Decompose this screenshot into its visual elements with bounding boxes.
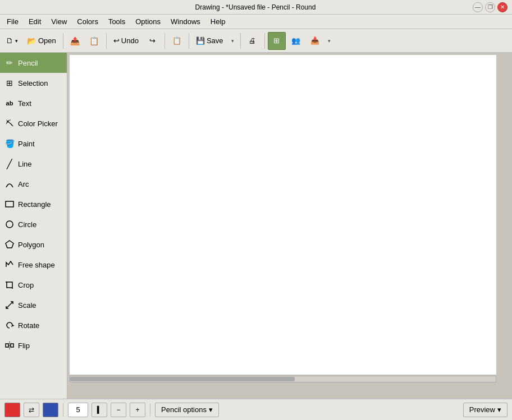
sidebar-item-crop[interactable]: Crop xyxy=(0,275,67,295)
titlebar-controls: — ❐ ✕ xyxy=(473,2,508,12)
history-icon: 📥 xyxy=(310,36,319,45)
save-button[interactable]: 💾 Save xyxy=(192,32,227,50)
foreground-color-swatch[interactable] xyxy=(4,403,20,417)
properties-button[interactable]: 📋 xyxy=(168,32,186,50)
sidebar-item-scale[interactable]: Scale xyxy=(0,295,67,315)
save-dropdown-icon: ▾ xyxy=(231,38,234,44)
undo-icon: ↩ xyxy=(113,36,120,45)
minus-icon: − xyxy=(116,406,120,414)
sidebar-item-free-shape-label: Free shape xyxy=(18,261,55,269)
status-sep-2 xyxy=(150,403,150,417)
redo-button[interactable]: ↪ xyxy=(144,32,162,50)
export-button[interactable]: 📤 xyxy=(66,32,84,50)
menu-help[interactable]: Help xyxy=(206,16,230,27)
titlebar-title: Drawing - *Unsaved file - Pencil - Round xyxy=(38,3,473,11)
sidebar-item-paint-label: Paint xyxy=(18,140,35,148)
canvas-area[interactable] xyxy=(67,53,512,399)
sidebar-item-text[interactable]: ab Text xyxy=(0,93,67,113)
svg-point-1 xyxy=(6,221,13,228)
free-shape-icon xyxy=(4,260,15,270)
print-button[interactable]: 🖨 xyxy=(244,32,262,50)
save-dropdown-button[interactable]: ▾ xyxy=(228,32,237,50)
toolbar-sep-3 xyxy=(164,33,165,49)
menu-tools[interactable]: Tools xyxy=(104,16,130,27)
sidebar-item-rectangle[interactable]: Rectangle xyxy=(0,194,67,214)
sidebar-item-circle-label: Circle xyxy=(18,220,36,229)
menu-windows[interactable]: Windows xyxy=(166,16,205,27)
new-button[interactable]: 🗋 ▾ xyxy=(2,32,22,50)
sidebar-item-crop-label: Crop xyxy=(18,281,34,289)
more-tools-button[interactable]: ▾ xyxy=(325,32,334,50)
open-label: Open xyxy=(38,36,56,45)
pencil-options-dropdown-icon: ▾ xyxy=(209,405,213,414)
sidebar-item-selection[interactable]: ⊞ Selection xyxy=(0,73,67,93)
sidebar-item-rectangle-label: Rectangle xyxy=(18,200,51,209)
pencil-size-icon: ▍ xyxy=(97,406,102,414)
circle-icon xyxy=(4,219,15,229)
svg-marker-9 xyxy=(11,344,13,347)
pencil-options-button[interactable]: Pencil options ▾ xyxy=(155,403,219,417)
plus-icon: + xyxy=(135,406,139,414)
grid-view-button[interactable]: ⊞ xyxy=(268,32,286,50)
swap-colors-button[interactable]: ⇄ xyxy=(24,403,39,417)
minimize-button[interactable]: — xyxy=(473,2,483,12)
menu-colors[interactable]: Colors xyxy=(72,16,103,27)
sidebar-item-selection-label: Selection xyxy=(18,79,48,87)
toolbar-sep-6 xyxy=(264,33,265,49)
rotate-icon xyxy=(4,320,15,330)
sidebar-item-paint[interactable]: 🪣 Paint xyxy=(0,133,67,154)
menubar: File Edit View Colors Tools Options Wind… xyxy=(0,15,512,29)
pencil-size-icon-button[interactable]: ▍ xyxy=(92,403,107,417)
horizontal-scrollbar[interactable] xyxy=(70,376,496,382)
undo-label: Undo xyxy=(121,36,139,45)
menu-file[interactable]: File xyxy=(2,16,23,27)
sidebar-item-scale-label: Scale xyxy=(18,301,36,310)
swap-colors-icon: ⇄ xyxy=(29,406,34,414)
sidebar-item-rotate[interactable]: Rotate xyxy=(0,315,67,335)
import-button[interactable]: 📋 xyxy=(85,32,103,50)
paint-icon: 🪣 xyxy=(4,139,15,149)
undo-button[interactable]: ↩ Undo xyxy=(109,32,143,50)
selection-icon: ⊞ xyxy=(4,78,15,88)
preview-button[interactable]: Preview ▾ xyxy=(463,403,508,417)
menu-edit[interactable]: Edit xyxy=(24,16,45,27)
arc-icon xyxy=(4,179,15,189)
sidebar-item-text-label: Text xyxy=(18,99,31,108)
statusbar: ⇄ 5 ▍ − + Pencil options ▾ Preview ▾ xyxy=(0,399,512,420)
increase-size-button[interactable]: + xyxy=(130,403,145,417)
open-button[interactable]: 📂 Open xyxy=(23,32,60,50)
sidebar-item-line[interactable]: ╱ Line xyxy=(0,154,67,174)
close-button[interactable]: ✕ xyxy=(497,2,508,12)
sidebar-item-polygon[interactable]: Polygon xyxy=(0,234,67,255)
preview-label: Preview xyxy=(469,405,495,414)
toolbar: 🗋 ▾ 📂 Open 📤 📋 ↩ Undo ↪ 📋 💾 Save ▾ 🖨 ⊞ 👥 xyxy=(0,29,512,53)
redo-icon: ↪ xyxy=(149,36,156,45)
export-icon: 📤 xyxy=(70,36,80,45)
layers-button[interactable]: 👥 xyxy=(287,32,305,50)
toolbar-sep-1 xyxy=(63,33,63,49)
import-icon: 📋 xyxy=(89,36,99,45)
sidebar-item-flip[interactable]: Flip xyxy=(0,335,67,356)
titlebar: Drawing - *Unsaved file - Pencil - Round… xyxy=(0,0,512,15)
background-color-swatch[interactable] xyxy=(43,403,58,417)
toolbar-sep-4 xyxy=(189,33,189,49)
sidebar-item-circle[interactable]: Circle xyxy=(0,214,67,234)
main-area: ✏ Pencil ⊞ Selection ab Text ⛏ Color Pic… xyxy=(0,53,512,399)
sidebar-item-color-picker[interactable]: ⛏ Color Picker xyxy=(0,113,67,133)
maximize-button[interactable]: ❐ xyxy=(485,2,495,12)
pencil-options-label: Pencil options xyxy=(161,405,207,414)
crop-icon xyxy=(4,280,15,290)
sidebar-item-arc[interactable]: Arc xyxy=(0,174,67,194)
menu-options[interactable]: Options xyxy=(131,16,165,27)
history-button[interactable]: 📥 xyxy=(306,32,324,50)
sidebar-item-pencil[interactable]: ✏ Pencil xyxy=(0,53,67,73)
menu-view[interactable]: View xyxy=(47,16,71,27)
sidebar-item-free-shape[interactable]: Free shape xyxy=(0,255,67,275)
drawing-canvas[interactable] xyxy=(70,55,496,375)
sidebar-item-rotate-label: Rotate xyxy=(18,321,39,330)
new-dropdown-icon: ▾ xyxy=(15,38,18,44)
horizontal-scrollbar-thumb[interactable] xyxy=(70,377,295,381)
decrease-size-button[interactable]: − xyxy=(111,403,126,417)
svg-rect-0 xyxy=(6,201,13,207)
svg-marker-2 xyxy=(6,241,13,248)
